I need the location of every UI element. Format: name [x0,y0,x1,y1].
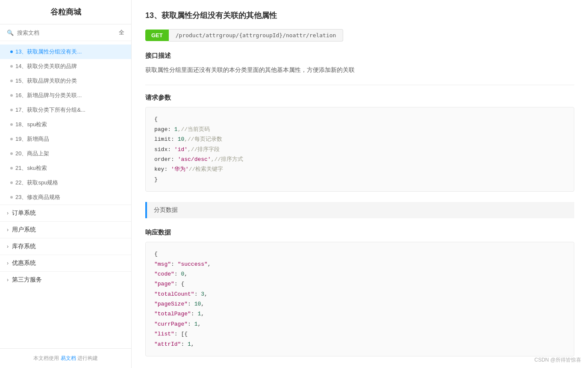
res-line-3: "page": { [154,279,565,289]
nav-group-third-label: 第三方服务 [12,276,42,284]
sidebar-item-22[interactable]: 22、获取spu规格 [0,175,131,190]
nav-group-promo[interactable]: › 优惠系统 [0,255,131,271]
dot-22 [10,181,13,184]
active-dot [10,50,13,53]
sidebar-nav: 13、获取属性分组没有关... 14、获取分类关联的品牌 15、获取品牌关联的分… [0,41,131,348]
dot-14 [10,65,13,68]
dot-16 [10,94,13,97]
code-line-2: page: 1,//当前页码 [154,125,565,134]
sidebar-item-15-label: 15、获取品牌关联的分类 [15,77,77,85]
nav-group-user[interactable]: › 用户系统 [0,221,131,238]
sidebar: 谷粒商城 🔍 全 13、获取属性分组没有关... 14、获取分类关联的品牌 15… [0,0,132,368]
sidebar-item-23[interactable]: 23、修改商品规格 [0,190,131,205]
response-code-block: { "msg": "success", "code": 0, "page": {… [145,242,574,356]
code-line-5: order: 'asc/desc',//排序方式 [154,154,565,164]
res-line-5: "pageSize": 10, [154,299,565,309]
chevron-right-icon-promo: › [7,260,9,266]
sidebar-item-18-label: 18、spu检索 [15,121,47,128]
sidebar-item-21-label: 21、sku检索 [15,164,47,172]
nav-group-inventory[interactable]: › 库存系统 [0,238,131,255]
res-line-8: "list": [{ [154,329,565,339]
sidebar-item-17-label: 17、获取分类下所有分组&... [15,106,85,114]
nav-group-order-label: 订单系统 [12,209,36,217]
sidebar-item-13-label: 13、获取属性分组没有关... [15,48,82,56]
footer-link[interactable]: 易文档 [61,355,76,361]
dot-15 [10,80,13,82]
pagination-note: 分页数据 [145,202,574,218]
nav-group-order[interactable]: › 订单系统 [0,205,131,221]
dot-18 [10,123,13,126]
api-endpoint: GET /product/attrgroup/{attrgroupId}/noa… [145,29,574,42]
interface-desc: 获取属性分组里面还没有关联的本分类里面的其他基本属性，方便添加新的关联 [145,65,574,74]
interface-title: 接口描述 [145,52,574,60]
watermark: CSDN @所得皆惊喜 [534,356,581,364]
code-line-4: sidx: 'id',//排序字段 [154,145,565,154]
footer-prefix: 本文档使用 [33,355,60,361]
sidebar-item-16-label: 16、新增品牌与分类关联... [15,92,82,99]
sidebar-item-21[interactable]: 21、sku检索 [0,161,131,175]
dot-20 [10,152,13,155]
sidebar-item-17[interactable]: 17、获取分类下所有分组&... [0,103,131,117]
code-line-7: } [154,175,565,184]
chevron-right-icon: › [7,210,9,216]
sidebar-item-20[interactable]: 20、商品上架 [0,146,131,161]
sidebar-item-16[interactable]: 16、新增品牌与分类关联... [0,88,131,103]
res-line-4: "totalCount": 3, [154,289,565,299]
res-line-0: { [154,249,565,259]
sidebar-header: 谷粒商城 [0,0,131,24]
sidebar-item-18[interactable]: 18、spu检索 [0,117,131,132]
search-all-label: 全 [119,29,124,36]
nav-group-third[interactable]: › 第三方服务 [0,271,131,288]
request-code-block: { page: 1,//当前页码 limit: 10,//每页记录数 sidx:… [145,107,574,192]
code-line-6: key: '华为'//检索关键字 [154,164,565,174]
dot-17 [10,109,13,111]
sidebar-search: 🔍 全 [0,24,131,41]
sidebar-item-13[interactable]: 13、获取属性分组没有关... [0,45,131,59]
sidebar-footer: 本文档使用 易文档 进行构建 [0,348,131,368]
res-line-2: "code": 0, [154,269,565,279]
sidebar-item-19[interactable]: 19、新增商品 [0,132,131,146]
sidebar-item-15[interactable]: 15、获取品牌关联的分类 [0,74,131,88]
search-icon: 🔍 [7,30,14,36]
res-line-6: "totalPage": 1, [154,309,565,319]
sidebar-item-20-label: 20、商品上架 [15,150,49,157]
code-line-1: { [154,114,565,124]
dot-19 [10,138,13,140]
nav-group-user-label: 用户系统 [12,226,36,234]
nav-group-inventory-label: 库存系统 [12,243,36,250]
res-line-9: "attrId": 1, [154,339,565,349]
method-badge: GET [145,30,169,41]
sidebar-item-23-label: 23、修改商品规格 [15,193,60,201]
sidebar-item-19-label: 19、新增商品 [15,135,49,143]
main-content: 13、获取属性分组没有关联的其他属性 GET /product/attrgrou… [132,0,588,368]
divider-1 [145,85,574,85]
sidebar-item-14[interactable]: 14、获取分类关联的品牌 [0,59,131,74]
footer-suffix: 进行构建 [76,355,98,361]
dot-21 [10,167,13,169]
chevron-right-icon-third: › [7,277,9,283]
sidebar-title: 谷粒商城 [50,8,81,16]
endpoint-url: /product/attrgroup/{attrgroupId}/noattr/… [169,29,344,42]
dot-23 [10,196,13,199]
search-input[interactable] [17,30,115,36]
pagination-label: 分页数据 [154,206,178,213]
page-title: 13、获取属性分组没有关联的其他属性 [145,10,574,21]
chevron-right-icon-inv: › [7,243,9,249]
response-title: 响应数据 [145,229,574,237]
sidebar-item-22-label: 22、获取spu规格 [15,179,58,187]
res-line-7: "currPage": 1, [154,319,565,329]
chevron-right-icon-user: › [7,227,9,233]
sidebar-item-14-label: 14、获取分类关联的品牌 [15,62,77,70]
nav-group-promo-label: 优惠系统 [12,259,36,267]
code-line-3: limit: 10,//每页记录数 [154,134,565,144]
request-params-title: 请求参数 [145,94,574,102]
res-line-1: "msg": "success", [154,259,565,269]
